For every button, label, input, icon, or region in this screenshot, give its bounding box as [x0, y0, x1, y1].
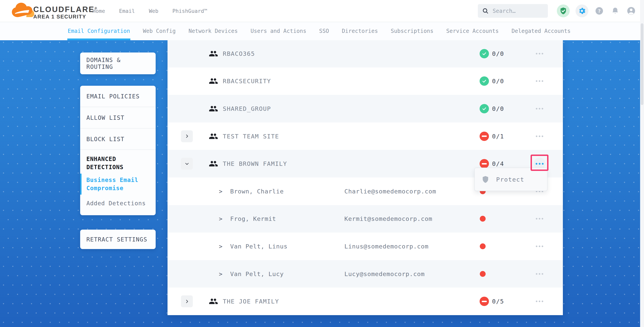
member-name: Van Pelt, Linus	[230, 243, 288, 250]
row-menu-button[interactable]	[536, 245, 543, 248]
group-name: RBACSECURITY	[223, 78, 271, 85]
row-menu-button[interactable]	[536, 80, 543, 82]
row-menu-button[interactable]	[536, 135, 543, 137]
group-icon	[209, 49, 218, 58]
group-name: THE BROWN FAMILY	[223, 160, 287, 167]
group-icon	[209, 104, 218, 113]
tab-web-config[interactable]: Web Config	[143, 22, 176, 40]
notifications-button[interactable]	[610, 6, 620, 16]
bell-icon	[611, 6, 620, 15]
collapse-row-button[interactable]	[181, 158, 193, 170]
tab-sso[interactable]: SSO	[319, 22, 329, 40]
settings-sidebar: DOMAINS & ROUTING EMAIL POLICIES ALLOW L…	[80, 52, 156, 249]
cloudflare-logo[interactable]: CLOUDFLARE® AREA 1 SECURITY	[11, 2, 81, 20]
help-button[interactable]: ?	[594, 6, 604, 16]
member-email: Lucy@somedemocorp.com	[344, 271, 425, 278]
search-box[interactable]	[478, 4, 548, 18]
nav-web[interactable]: Web	[149, 8, 158, 14]
tab-delegated-accounts[interactable]: Delegated Accounts	[512, 22, 570, 40]
nav-phishguard[interactable]: PhishGuard™	[172, 8, 207, 14]
protected-status-badge	[480, 104, 489, 113]
table-row-group-test-team-site: TEST TEAM SITE 0/1	[168, 122, 563, 150]
settings-button[interactable]	[576, 4, 588, 17]
group-name: SHARED_GROUP	[223, 105, 271, 112]
nav-email[interactable]: Email	[119, 8, 135, 14]
row-menu-button[interactable]	[536, 52, 543, 55]
protection-count: 0/0	[492, 105, 504, 112]
table-row-member-frog-kermit: > Frog, Kermit Kermit@somedemocorp.com	[168, 205, 563, 233]
shield-icon	[481, 175, 490, 184]
protection-status-button[interactable]	[557, 4, 570, 17]
tab-service-accounts[interactable]: Service Accounts	[446, 22, 499, 40]
table-row-group-shared-group: SHARED_GROUP 0/0	[168, 95, 563, 122]
sidebar-item-email-policies[interactable]: EMAIL POLICIES	[80, 86, 156, 107]
row-menu-button[interactable]	[536, 107, 543, 110]
settings-tab-bar: Email Configuration Web Config Network D…	[0, 22, 644, 40]
group-icon	[209, 132, 218, 141]
member-chevron-icon: >	[219, 215, 222, 222]
member-email: Charlie@somedemocorp.com	[344, 188, 436, 195]
logo-product-name: AREA 1 SECURITY	[33, 13, 98, 20]
gear-icon	[578, 6, 586, 15]
expand-row-button[interactable]	[181, 130, 193, 142]
sidebar-item-allow-list[interactable]: ALLOW LIST	[80, 107, 156, 128]
protected-status-badge	[480, 49, 489, 58]
sidebar-item-added-detections[interactable]: Added Detections	[80, 196, 156, 215]
tab-email-configuration[interactable]: Email Configuration	[68, 22, 130, 40]
table-row-member-van-pelt-lucy: > Van Pelt, Lucy Lucy@somedemocorp.com	[168, 260, 563, 288]
group-name: THE JOE FAMILY	[223, 298, 279, 305]
member-chevron-icon: >	[219, 271, 222, 277]
group-icon	[209, 159, 218, 168]
member-chevron-icon: >	[219, 188, 222, 195]
chevron-right-icon	[185, 299, 189, 304]
tab-users-and-actions[interactable]: Users and Actions	[250, 22, 306, 40]
member-name: Frog, Kermit	[230, 215, 276, 222]
expand-row-button[interactable]	[181, 296, 193, 307]
row-menu-button[interactable]	[536, 273, 543, 275]
unprotected-dot	[480, 216, 486, 222]
table-row-group-rbaco365: RBACO365 0/0	[168, 40, 563, 67]
sidebar-policies-card: EMAIL POLICIES ALLOW LIST BLOCK LIST ENH…	[80, 86, 156, 215]
member-email: Kermit@somedemocorp.com	[344, 215, 432, 222]
sidebar-item-retract-settings[interactable]: RETRACT SETTINGS	[80, 230, 156, 249]
tab-subscriptions[interactable]: Subscriptions	[391, 22, 433, 40]
help-icon: ?	[595, 6, 604, 15]
row-menu-button[interactable]	[536, 218, 543, 220]
sidebar-item-domains-routing[interactable]: DOMAINS & ROUTING	[80, 52, 156, 74]
group-icon	[209, 297, 218, 306]
protection-count: 0/4	[492, 160, 504, 167]
group-name: TEST TEAM SITE	[223, 133, 279, 140]
scrollbar-thumb[interactable]	[641, 23, 644, 105]
sidebar-section-enhanced-detections: ENHANCED DETECTIONS	[80, 150, 156, 172]
member-email: Linus@somedemocorp.com	[344, 243, 428, 250]
tab-network-devices[interactable]: Network Devices	[188, 22, 238, 40]
app-header: CLOUDFLARE® AREA 1 SECURITY Home Email W…	[0, 0, 644, 22]
unprotected-status-badge	[480, 159, 489, 168]
search-icon	[482, 7, 489, 14]
tab-directories[interactable]: Directories	[342, 22, 378, 40]
sidebar-label: DOMAINS & ROUTING	[86, 56, 150, 70]
protection-count: 0/0	[492, 78, 504, 85]
row-menu-button[interactable]	[536, 300, 543, 303]
cloudflare-cloud-icon	[11, 2, 36, 19]
unprotected-dot	[480, 243, 486, 249]
row-context-menu: Protect	[474, 168, 548, 191]
nav-home[interactable]: Home	[92, 8, 105, 14]
logo-wordmark: CLOUDFLARE®	[33, 4, 98, 13]
unprotected-dot	[480, 271, 486, 277]
protection-count: 0/0	[492, 50, 504, 57]
group-icon	[209, 76, 218, 86]
search-input[interactable]	[492, 7, 544, 14]
sidebar-item-business-email-compromise[interactable]: Business Email Compromise	[80, 172, 156, 196]
chevron-down-icon	[185, 161, 189, 166]
group-name: RBACO365	[223, 50, 255, 57]
menu-item-protect[interactable]: Protect	[496, 176, 524, 183]
page-scrollbar[interactable]	[640, 0, 644, 327]
groups-table: RBACO365 0/0 RBACSECURITY 0/0 SHARED_GRO…	[168, 40, 563, 315]
account-button[interactable]	[626, 6, 636, 16]
sidebar-item-block-list[interactable]: BLOCK LIST	[80, 128, 156, 149]
shield-check-icon	[559, 7, 567, 15]
protected-status-badge	[480, 76, 489, 86]
avatar-icon	[626, 6, 636, 15]
chevron-right-icon	[185, 134, 189, 139]
